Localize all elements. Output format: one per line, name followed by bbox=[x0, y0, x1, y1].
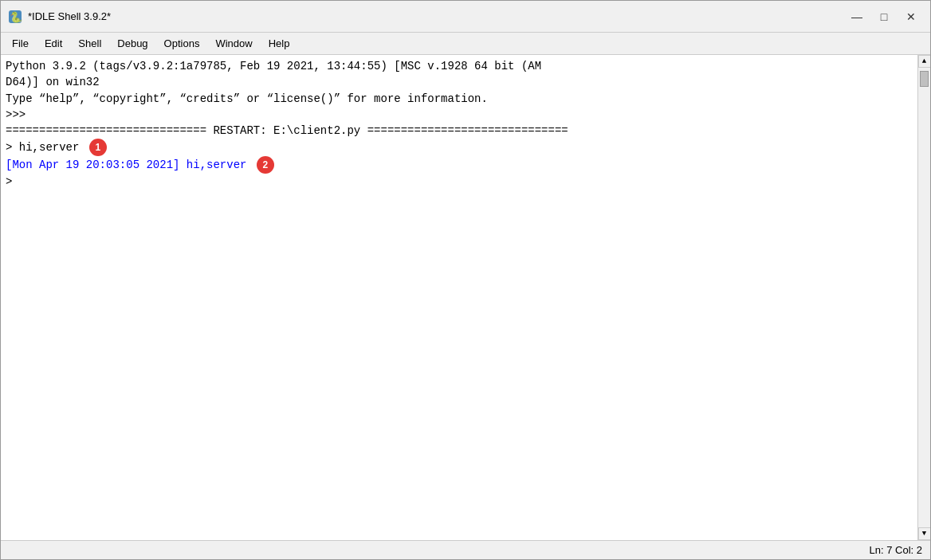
menu-bar: File Edit Shell Debug Options Window Hel… bbox=[1, 33, 930, 55]
shell-area: Python 3.9.2 (tags/v3.9.2:1a79785, Feb 1… bbox=[1, 55, 930, 540]
scrollbar[interactable]: ▲ ▼ bbox=[917, 55, 930, 540]
close-button[interactable]: ✕ bbox=[898, 6, 924, 28]
python-type-help-line: Type “help”, “copyright”, “credits” or “… bbox=[6, 91, 913, 107]
menu-shell[interactable]: Shell bbox=[70, 34, 109, 53]
python-version-line2: D64)] on win32 bbox=[6, 74, 913, 90]
input-line: > hi,server 1 bbox=[6, 139, 913, 156]
minimize-button[interactable]: — bbox=[844, 6, 870, 28]
menu-window[interactable]: Window bbox=[207, 34, 260, 53]
maximize-button[interactable]: □ bbox=[871, 6, 897, 28]
menu-file[interactable]: File bbox=[4, 34, 37, 53]
menu-debug[interactable]: Debug bbox=[109, 34, 155, 53]
idle-window: 🐍 *IDLE Shell 3.9.2* — □ ✕ File Edit She… bbox=[0, 0, 931, 560]
scroll-up-arrow[interactable]: ▲ bbox=[918, 55, 931, 68]
title-bar-buttons: — □ ✕ bbox=[844, 6, 924, 28]
menu-edit[interactable]: Edit bbox=[37, 34, 70, 53]
output-line: [Mon Apr 19 20:03:05 2021] hi,server 2 bbox=[6, 156, 913, 174]
status-bar: Ln: 7 Col: 2 bbox=[1, 540, 930, 559]
svg-text:🐍: 🐍 bbox=[10, 10, 23, 24]
restart-separator: ============================== RESTART: … bbox=[6, 123, 913, 139]
python-icon: 🐍 bbox=[7, 9, 23, 25]
title-bar: 🐍 *IDLE Shell 3.9.2* — □ ✕ bbox=[1, 1, 930, 33]
annotation-badge-2: 2 bbox=[257, 156, 274, 174]
scroll-down-arrow[interactable]: ▼ bbox=[918, 527, 931, 540]
title-bar-left: 🐍 *IDLE Shell 3.9.2* bbox=[7, 9, 111, 25]
window-title: *IDLE Shell 3.9.2* bbox=[28, 10, 111, 22]
shell-content[interactable]: Python 3.9.2 (tags/v3.9.2:1a79785, Feb 1… bbox=[1, 55, 917, 540]
annotation-badge-1: 1 bbox=[89, 139, 107, 156]
current-prompt: > bbox=[6, 174, 913, 190]
python-version-line1: Python 3.9.2 (tags/v3.9.2:1a79785, Feb 1… bbox=[6, 58, 913, 74]
menu-options[interactable]: Options bbox=[156, 34, 208, 53]
scrollbar-thumb[interactable] bbox=[920, 71, 929, 87]
prompt-line: >>> bbox=[6, 107, 913, 123]
menu-help[interactable]: Help bbox=[261, 34, 298, 53]
scrollbar-track[interactable] bbox=[918, 68, 930, 527]
cursor-position: Ln: 7 Col: 2 bbox=[870, 544, 923, 556]
